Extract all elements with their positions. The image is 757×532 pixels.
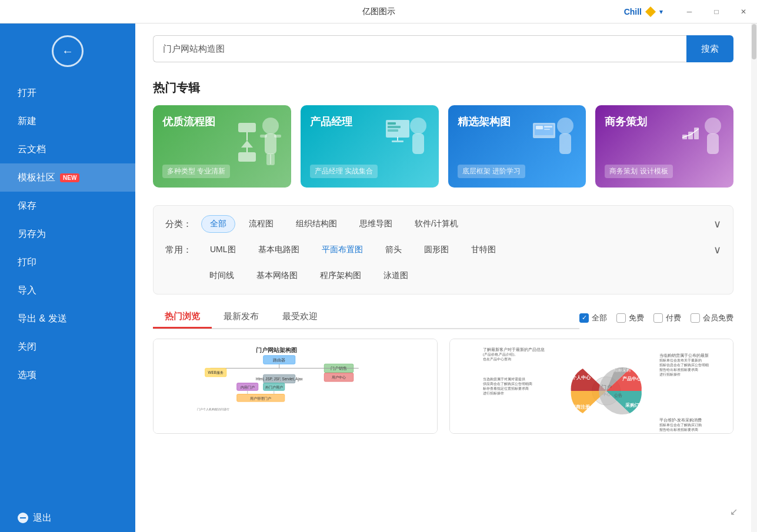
svg-text:报告给出标准招标要求商: 报告给出标准招标要求商 <box>658 427 698 431</box>
svg-text:进行招标操作: 进行招标操作 <box>482 392 503 395</box>
tab-popular[interactable]: 最受欢迎 <box>271 306 329 329</box>
card-figure-4 <box>678 111 731 188</box>
template-card-portal[interactable]: 门户网站架构图 路由器 门户销售 WEB服务 <box>153 339 438 434</box>
svg-text:采购订单: 采购订单 <box>625 403 644 408</box>
sidebar-label-import: 导入 <box>18 285 36 297</box>
filter-paid-label: 付费 <box>666 313 681 323</box>
sidebar-item-open[interactable]: 打开 <box>0 79 135 107</box>
sidebar-item-options[interactable]: 选项 <box>0 361 135 389</box>
card-figure-3 <box>530 111 583 188</box>
tag-uml[interactable]: UML图 <box>201 241 245 259</box>
search-button[interactable]: 搜索 <box>686 35 733 62</box>
svg-text:门户网站架构图: 门户网站架构图 <box>256 347 297 353</box>
back-button[interactable]: ← <box>52 35 84 67</box>
checkbox-paid <box>653 313 663 323</box>
sidebar-item-import[interactable]: 导入 <box>0 276 135 305</box>
template-card-radial[interactable]: 了解最新客户对于最新的产品信息 (产品价格,产品介绍), 也在产品中心查询 当选… <box>449 339 734 434</box>
card-subtitle-3: 底层框架 进阶学习 <box>458 165 525 178</box>
tag-circle[interactable]: 圆形图 <box>415 241 458 259</box>
user-name: Chill <box>624 7 642 16</box>
featured-cards: 优质流程图 多种类型 专业清新 <box>153 105 733 188</box>
tag-circuit[interactable]: 基本电路图 <box>249 241 308 259</box>
svg-text:也在产品中心查询: 也在产品中心查询 <box>482 357 511 361</box>
scrollbar[interactable] <box>751 24 757 532</box>
tag-timeline[interactable]: 时间线 <box>201 267 243 285</box>
card-subtitle-2: 产品经理 实战集合 <box>310 165 378 178</box>
svg-text:内容门户: 内容门户 <box>241 385 255 389</box>
featured-card-architecture[interactable]: 精选架构图 底层框架 进阶学习 <box>448 105 586 188</box>
common-expand-icon[interactable]: ∨ <box>713 243 721 256</box>
close-button[interactable]: ✕ <box>730 0 757 24</box>
tag-network[interactable]: 基本网络图 <box>248 267 306 285</box>
svg-point-26 <box>705 118 721 134</box>
tag-arrow[interactable]: 箭头 <box>376 241 411 259</box>
svg-rect-8 <box>238 152 256 162</box>
maximize-button[interactable]: □ <box>703 0 730 24</box>
tab-new[interactable]: 最新发布 <box>212 306 271 329</box>
svg-point-0 <box>262 118 279 134</box>
sidebar-item-new[interactable]: 新建 <box>0 107 135 135</box>
sidebar-item-save[interactable]: 保存 <box>0 192 135 220</box>
svg-rect-24 <box>544 126 552 128</box>
svg-rect-14 <box>388 122 396 125</box>
tag-orgchart[interactable]: 组织结构图 <box>287 215 346 233</box>
tag-program-arch[interactable]: 程序架构图 <box>311 267 370 285</box>
svg-text:招标信息会在了解购买公告明细: 招标信息会在了解购买公告明细 <box>658 363 708 367</box>
tag-software[interactable]: 软件/计算机 <box>406 215 467 233</box>
filter-paid[interactable]: 付费 <box>653 313 681 323</box>
svg-text:报告给出标准招标要求商: 报告给出标准招标要求商 <box>658 367 698 372</box>
card-subtitle-1: 多种类型 专业清新 <box>162 165 230 178</box>
resize-handle[interactable]: ↙ <box>730 506 744 520</box>
filter-free[interactable]: 免费 <box>616 313 644 323</box>
sidebar: ← 打开 新建 云文档 模板社区 NEW 保存 另存为 打印 导入 导出 & 发… <box>0 24 135 532</box>
tag-floorplan[interactable]: 平面布置图 <box>313 241 372 259</box>
sidebar-item-print[interactable]: 打印 <box>0 248 135 276</box>
svg-text:供应商注册: 供应商注册 <box>565 404 589 410</box>
tag-mindmap[interactable]: 思维导图 <box>351 215 401 233</box>
classify-expand-icon[interactable]: ∨ <box>713 218 721 230</box>
featured-card-business[interactable]: 商务策划 商务策划 设计模板 <box>595 105 733 188</box>
tag-flowchart[interactable]: 流程图 <box>240 215 282 233</box>
filter-member-free-label: 会员免费 <box>703 313 733 323</box>
svg-marker-7 <box>241 140 253 148</box>
search-input[interactable] <box>153 35 686 62</box>
back-icon: ← <box>62 45 74 58</box>
scrollbar-thumb[interactable] <box>752 24 756 59</box>
filter-all[interactable]: ✓ 全部 <box>579 313 607 323</box>
svg-rect-3 <box>274 135 281 138</box>
sidebar-label-options: 选项 <box>18 369 36 382</box>
svg-rect-23 <box>536 126 543 129</box>
template-badge: NEW <box>60 173 79 182</box>
tag-gantt[interactable]: 甘特图 <box>462 241 505 259</box>
diamond-icon <box>645 6 656 17</box>
template-image-portal: 门户网站架构图 路由器 门户销售 WEB服务 <box>154 339 437 433</box>
main-layout: ← 打开 新建 云文档 模板社区 NEW 保存 另存为 打印 导入 导出 & 发… <box>0 24 757 532</box>
sidebar-label-print: 打印 <box>18 256 36 269</box>
featured-title: 热门专辑 <box>153 80 733 96</box>
tabs-row: 热门浏览 最新发布 最受欢迎 ✓ 全部 免费 付费 <box>153 306 733 329</box>
user-area[interactable]: Chill ▾ <box>624 0 663 24</box>
minimize-button[interactable]: ─ <box>676 0 703 24</box>
svg-text:外门户用户: 外门户用户 <box>265 385 283 389</box>
filter-free-label: 免费 <box>629 313 644 323</box>
sidebar-item-close[interactable]: 关闭 <box>0 333 135 361</box>
tag-all[interactable]: 全部 <box>201 215 235 233</box>
svg-text:平台维护-发布采购消费: 平台维护-发布采购消费 <box>659 418 701 422</box>
sidebar-item-saveas[interactable]: 另存为 <box>0 220 135 248</box>
app-title: 亿图图示 <box>362 6 395 17</box>
sidebar-item-logout[interactable]: 退出 <box>0 504 135 532</box>
featured-card-flowchart[interactable]: 优质流程图 多种类型 专业清新 <box>153 105 291 188</box>
svg-rect-5 <box>270 153 275 165</box>
svg-rect-2 <box>260 135 267 138</box>
sidebar-item-export[interactable]: 导出 & 发送 <box>0 305 135 333</box>
sidebar-label-save: 保存 <box>18 200 36 212</box>
sidebar-item-cloud[interactable]: 云文档 <box>0 135 135 163</box>
filter-section: 分类： 全部 流程图 组织结构图 思维导图 软件/计算机 ∨ 常用： UML图 … <box>153 205 733 295</box>
tag-swimlane[interactable]: 泳道图 <box>375 267 417 285</box>
svg-rect-6 <box>238 123 256 132</box>
sidebar-item-template[interactable]: 模板社区 NEW <box>0 163 135 192</box>
tab-hot[interactable]: 热门浏览 <box>153 306 212 329</box>
featured-card-product[interactable]: 产品经理 产品经理 实战集合 <box>301 105 439 188</box>
filter-member-free[interactable]: 会员免费 <box>691 313 733 323</box>
sidebar-label-close: 关闭 <box>18 341 36 353</box>
